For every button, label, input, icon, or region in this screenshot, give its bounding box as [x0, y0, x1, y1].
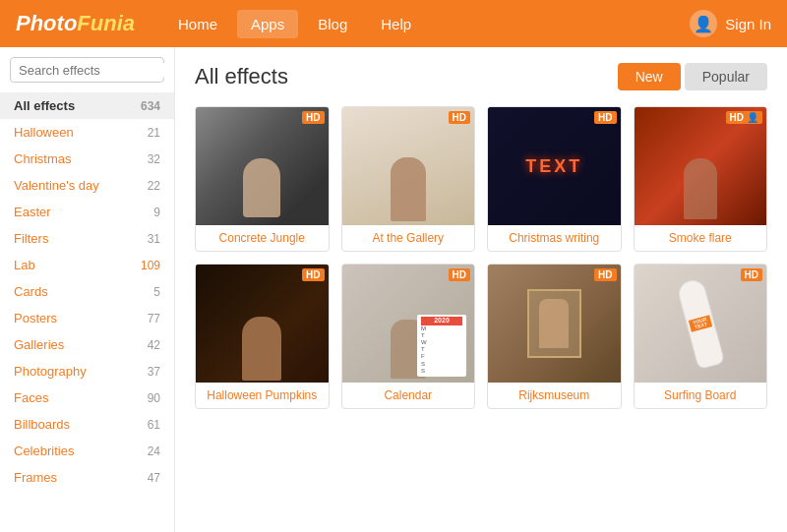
sidebar-item-posters[interactable]: Posters 77	[0, 305, 174, 331]
sidebar-item-filters[interactable]: Filters 31	[0, 225, 174, 252]
sidebar-item-halloween[interactable]: Halloween 21	[0, 119, 174, 146]
sidebar-item-label: Galleries	[14, 337, 64, 352]
sidebar-item-lab[interactable]: Lab 109	[0, 252, 174, 278]
hd-badge: HD	[741, 268, 762, 281]
sidebar-item-count: 42	[148, 338, 160, 352]
sidebar-item-label: Halloween	[14, 125, 74, 140]
sidebar: 🔍 All effects 634 Halloween 21 Christmas…	[0, 47, 175, 532]
search-box[interactable]: 🔍	[10, 57, 164, 83]
sidebar-item-label: Cards	[14, 284, 48, 299]
sidebar-item-count: 47	[148, 471, 160, 485]
effect-card[interactable]: HD Rijksmuseum	[487, 264, 622, 409]
card-thumbnail: HD 👤	[635, 107, 767, 225]
card-label: Halloween Pumpkins	[196, 383, 329, 408]
hd-badge: HD 👤	[726, 111, 762, 124]
sidebar-item-count: 24	[148, 444, 160, 458]
logo-funia: Funia	[77, 11, 135, 35]
sign-in-label: Sign In	[725, 16, 771, 32]
card-thumbnail: HD	[196, 107, 329, 225]
card-thumbnail: TEXT HD	[488, 107, 621, 225]
sidebar-item-count: 31	[148, 232, 160, 246]
effect-card[interactable]: HD At the Gallery	[341, 106, 476, 252]
header: PhotoFunia Home Apps Blog Help 👤 Sign In	[0, 0, 787, 47]
sidebar-item-billboards[interactable]: Billboards 61	[0, 411, 174, 438]
hd-badge: HD	[594, 111, 616, 124]
nav-apps[interactable]: Apps	[237, 10, 298, 38]
card-label: At the Gallery	[342, 225, 475, 251]
sidebar-item-label: Christmas	[14, 151, 72, 166]
hd-badge: HD	[302, 268, 324, 281]
card-thumbnail: HD	[196, 265, 329, 383]
sidebar-item-count: 9	[153, 206, 160, 219]
card-label: Surfing Board	[635, 383, 767, 408]
page-title: All effects	[195, 64, 288, 89]
effect-card[interactable]: HD 👤 Smoke flare	[634, 106, 768, 252]
sidebar-item-label: Posters	[14, 311, 57, 325]
sidebar-item-valentines[interactable]: Valentine's day 22	[0, 172, 174, 199]
sign-in-button[interactable]: 👤 Sign In	[690, 10, 771, 37]
search-input[interactable]	[19, 63, 175, 78]
sidebar-item-label: Easter	[14, 205, 51, 219]
sidebar-item-count: 61	[148, 418, 160, 432]
main-content: All effects New Popular HD Concrete Jung…	[175, 47, 787, 532]
sidebar-item-label: Frames	[14, 470, 57, 485]
sidebar-item-label: Celebrities	[14, 443, 74, 458]
sidebar-item-count: 22	[148, 179, 160, 193]
sidebar-item-all-effects[interactable]: All effects 634	[0, 92, 174, 119]
sidebar-item-label: Faces	[14, 390, 48, 405]
sidebar-item-easter[interactable]: Easter 9	[0, 199, 174, 225]
hd-badge: HD	[594, 268, 616, 281]
layout: 🔍 All effects 634 Halloween 21 Christmas…	[0, 47, 787, 532]
effect-card[interactable]: HD Halloween Pumpkins	[195, 264, 330, 409]
sidebar-item-cards[interactable]: Cards 5	[0, 278, 174, 305]
sidebar-item-frames[interactable]: Frames 47	[0, 464, 174, 491]
card-thumbnail: YOURTEXT HD	[635, 265, 767, 383]
card-thumbnail: 2020 M T W T F S S HD	[342, 265, 475, 383]
effect-card[interactable]: HD Concrete Jungle	[195, 106, 330, 252]
hd-badge: HD	[449, 268, 470, 281]
sidebar-item-count: 109	[141, 259, 160, 272]
card-label: Smoke flare	[635, 225, 767, 251]
user-icon: 👤	[690, 10, 717, 37]
view-toggle: New Popular	[618, 63, 767, 90]
nav-home[interactable]: Home	[164, 10, 231, 38]
sidebar-item-label: Filters	[14, 231, 48, 246]
card-label: Concrete Jungle	[196, 225, 329, 251]
sidebar-item-galleries[interactable]: Galleries 42	[0, 331, 174, 358]
sidebar-item-count: 32	[148, 152, 160, 166]
sidebar-item-label: Valentine's day	[14, 178, 99, 193]
card-label: Christmas writing	[488, 225, 621, 251]
sidebar-item-count: 21	[148, 126, 160, 140]
effect-card[interactable]: YOURTEXT HD Surfing Board	[634, 264, 768, 409]
card-label: Rijksmuseum	[488, 383, 621, 408]
effect-card[interactable]: 2020 M T W T F S S HD Calendar	[341, 264, 476, 409]
sidebar-item-celebrities[interactable]: Celebrities 24	[0, 438, 174, 464]
sidebar-item-count: 634	[141, 99, 160, 113]
sidebar-item-label: Lab	[14, 258, 35, 272]
sidebar-item-label: All effects	[14, 98, 75, 113]
sidebar-item-count: 77	[148, 312, 160, 325]
new-button[interactable]: New	[618, 63, 681, 90]
sidebar-item-christmas[interactable]: Christmas 32	[0, 146, 174, 172]
logo: PhotoFunia	[16, 11, 135, 36]
hd-badge: HD	[302, 111, 324, 124]
main-nav: Home Apps Blog Help	[164, 10, 690, 38]
sidebar-item-label: Photography	[14, 364, 87, 379]
sidebar-item-faces[interactable]: Faces 90	[0, 384, 174, 411]
sidebar-item-photography[interactable]: Photography 37	[0, 358, 174, 384]
nav-help[interactable]: Help	[367, 10, 425, 38]
nav-blog[interactable]: Blog	[304, 10, 361, 38]
card-thumbnail: HD	[342, 107, 475, 225]
main-header: All effects New Popular	[195, 63, 767, 90]
sidebar-item-count: 5	[153, 285, 160, 299]
sidebar-item-count: 90	[148, 391, 160, 405]
effect-card[interactable]: TEXT HD Christmas writing	[487, 106, 622, 252]
card-thumbnail: HD	[488, 265, 621, 383]
hd-badge: HD	[449, 111, 470, 124]
sidebar-item-label: Billboards	[14, 417, 70, 432]
card-label: Calendar	[342, 383, 475, 408]
sidebar-item-count: 37	[148, 365, 160, 379]
effects-grid: HD Concrete Jungle HD At the Gallery	[195, 106, 767, 409]
logo-photo: Photo	[16, 11, 77, 35]
popular-button[interactable]: Popular	[685, 63, 767, 90]
